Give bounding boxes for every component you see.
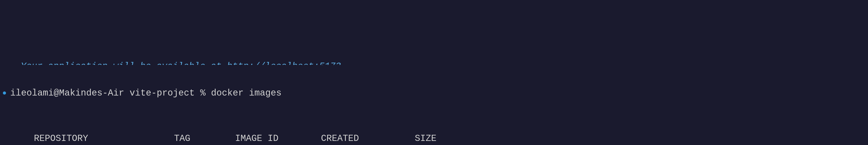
prompt-symbol: % xyxy=(200,88,206,99)
previous-output-fragment: Your application will be available at ht… xyxy=(2,61,866,65)
prompt-user: ileolami xyxy=(10,88,54,99)
prompt-cwd: vite-project xyxy=(129,88,195,99)
at-symbol: @ xyxy=(54,88,59,99)
prompt-bullet-icon: ● xyxy=(2,89,6,98)
prompt-host: Makindes-Air xyxy=(59,88,124,99)
command-text: docker images xyxy=(211,88,281,99)
prompt-line: ● ileolami@Makindes-Air vite-project % d… xyxy=(2,88,866,99)
header-size: SIZE xyxy=(415,133,436,144)
header-repository: REPOSITORY xyxy=(34,133,174,144)
table-header-row: REPOSITORYTAGIMAGE IDCREATEDSIZE xyxy=(2,122,866,145)
terminal-window[interactable]: Your application will be available at ht… xyxy=(0,45,868,145)
header-created: CREATED xyxy=(321,133,415,144)
header-image-id: IMAGE ID xyxy=(235,133,321,144)
header-tag: TAG xyxy=(174,133,235,144)
